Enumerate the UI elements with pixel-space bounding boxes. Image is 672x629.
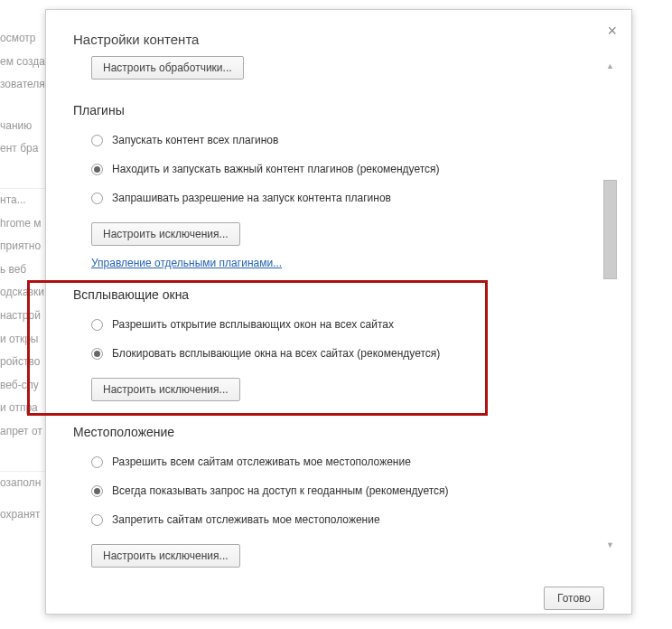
handlers-button[interactable]: Настроить обработчики... [91, 56, 244, 80]
radio-label: Блокировать всплывающие окна на всех сай… [112, 347, 440, 360]
location-option-deny[interactable]: Запретить сайтам отслеживать мое местопо… [91, 508, 588, 531]
scroll-up-icon[interactable]: ▲ [603, 60, 617, 73]
plugins-option-ask[interactable]: Запрашивать разрешение на запуск контент… [91, 186, 588, 210]
radio-label: Запрашивать разрешение на запуск контент… [112, 192, 391, 204]
radio-icon [91, 514, 103, 526]
radio-icon [91, 164, 103, 175]
plugins-exceptions-button[interactable]: Настроить исключения... [91, 222, 240, 246]
popups-option-block[interactable]: Блокировать всплывающие окна на всех сай… [91, 342, 588, 365]
radio-icon [91, 192, 103, 204]
plugins-option-run-all[interactable]: Запускать контент всех плагинов [91, 128, 588, 152]
dialog-footer: Готово [73, 576, 604, 610]
radio-label: Всегда показывать запрос на доступ к гео… [112, 484, 449, 497]
radio-label: Запускать контент всех плагинов [112, 134, 278, 146]
dialog-body: Настроить обработчики... Плагины Запуска… [73, 56, 604, 576]
scrollbar[interactable]: ▲ ▼ [603, 60, 617, 552]
done-button[interactable]: Готово [544, 587, 604, 610]
popups-exceptions-button[interactable]: Настроить исключения... [91, 378, 240, 401]
background-partial-text: осмотр ем созда зователя чанию ент бра н… [0, 0, 45, 629]
radio-label: Разрешить всем сайтам отслеживать мое ме… [112, 455, 411, 468]
radio-label: Разрешить открытие всплывающих окон на в… [112, 318, 394, 331]
radio-icon [91, 485, 103, 497]
radio-icon [91, 348, 103, 360]
section-location-header: Местоположение [73, 425, 588, 439]
radio-icon [91, 135, 103, 146]
radio-label: Находить и запускать важный контент плаг… [112, 163, 440, 175]
popups-option-allow[interactable]: Разрешить открытие всплывающих окон на в… [91, 313, 588, 336]
manage-plugins-link[interactable]: Управление отдельными плагинами... [91, 257, 282, 269]
location-exceptions-button[interactable]: Настроить исключения... [91, 544, 240, 568]
location-option-allow[interactable]: Разрешить всем сайтам отслеживать мое ме… [91, 450, 588, 474]
content-settings-dialog: × Настройки контента Настроить обработчи… [45, 9, 632, 615]
close-icon[interactable]: × [607, 23, 617, 39]
dialog-title: Настройки контента [73, 32, 604, 47]
scroll-down-icon[interactable]: ▼ [603, 539, 617, 552]
section-plugins-header: Плагины [73, 103, 588, 117]
radio-icon [91, 456, 103, 468]
scrollbar-thumb[interactable] [603, 180, 617, 279]
radio-icon [91, 319, 103, 331]
plugins-option-detect[interactable]: Находить и запускать важный контент плаг… [91, 157, 588, 181]
section-popups-header: Всплывающие окна [73, 287, 588, 302]
location-option-ask[interactable]: Всегда показывать запрос на доступ к гео… [91, 479, 588, 502]
radio-label: Запретить сайтам отслеживать мое местопо… [112, 513, 380, 526]
